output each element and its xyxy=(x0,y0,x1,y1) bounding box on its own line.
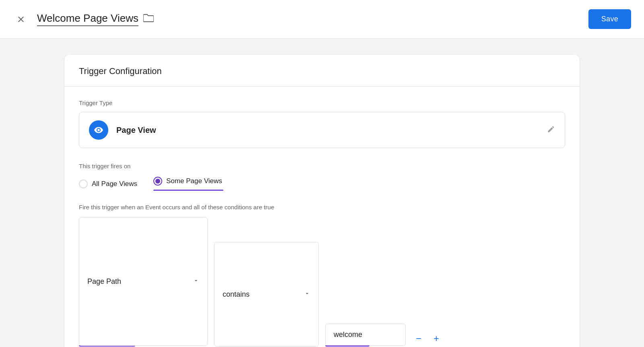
selected-underline xyxy=(153,190,223,191)
conditions-section: Fire this trigger when an Event occurs a… xyxy=(79,204,565,347)
operator-arrow xyxy=(304,290,310,298)
page-path-dropdown-wrapper: Page Path xyxy=(79,217,208,347)
action-buttons: − + xyxy=(412,332,443,347)
fires-on-section: This trigger fires on All Page Views Som… xyxy=(79,163,565,191)
condition-value-wrapper: welcome xyxy=(325,324,406,347)
radio-all-input[interactable] xyxy=(79,180,88,188)
trigger-type-label: Trigger Type xyxy=(79,99,565,106)
trigger-type-box: Page View xyxy=(79,112,565,148)
condition-row: Page Path contains xyxy=(79,217,565,347)
page-path-dropdown[interactable]: Page Path xyxy=(79,217,208,346)
trigger-type-left: Page View xyxy=(89,120,156,140)
title-row: Welcome Page Views xyxy=(37,12,154,26)
card-header: Trigger Configuration xyxy=(64,55,580,87)
app-header: Welcome Page Views Save xyxy=(0,0,644,39)
header-left: Welcome Page Views xyxy=(13,11,154,27)
radio-group: All Page Views Some Page Views xyxy=(79,177,565,191)
trigger-type-name: Page View xyxy=(116,126,156,135)
radio-all-label: All Page Views xyxy=(92,180,137,188)
conditions-label: Fire this trigger when an Event occurs a… xyxy=(79,204,565,211)
radio-some-input[interactable] xyxy=(153,177,162,186)
close-button[interactable] xyxy=(13,11,29,27)
page-title: Welcome Page Views xyxy=(37,12,138,26)
operator-value: contains xyxy=(223,290,250,299)
close-icon xyxy=(16,14,26,24)
eye-icon xyxy=(94,125,103,135)
page-path-arrow xyxy=(193,277,199,285)
radio-all-page-views[interactable]: All Page Views xyxy=(79,180,137,188)
value-underline xyxy=(325,345,369,347)
fires-on-label: This trigger fires on xyxy=(79,163,565,169)
page-path-value: Page Path xyxy=(87,277,121,286)
folder-icon[interactable] xyxy=(143,14,154,25)
operator-dropdown-wrapper: contains xyxy=(214,242,319,347)
save-button[interactable]: Save xyxy=(588,9,631,29)
pencil-icon xyxy=(547,125,555,133)
main-content: Trigger Configuration Trigger Type Page … xyxy=(0,39,644,347)
edit-trigger-button[interactable] xyxy=(547,125,555,135)
card-body: Trigger Type Page View xyxy=(64,87,580,347)
operator-dropdown[interactable]: contains xyxy=(214,242,319,347)
trigger-type-section: Trigger Type Page View xyxy=(79,99,565,148)
page-view-icon xyxy=(89,120,108,140)
radio-some-label: Some Page Views xyxy=(166,177,222,185)
remove-condition-button[interactable]: − xyxy=(412,332,425,345)
title-area: Welcome Page Views xyxy=(37,12,154,26)
condition-value-box[interactable]: welcome xyxy=(325,324,406,346)
radio-some-page-views[interactable]: Some Page Views xyxy=(153,177,223,191)
trigger-card: Trigger Configuration Trigger Type Page … xyxy=(64,55,580,347)
add-condition-button[interactable]: + xyxy=(430,332,443,345)
card-title: Trigger Configuration xyxy=(79,66,565,76)
condition-value: welcome xyxy=(334,330,362,339)
